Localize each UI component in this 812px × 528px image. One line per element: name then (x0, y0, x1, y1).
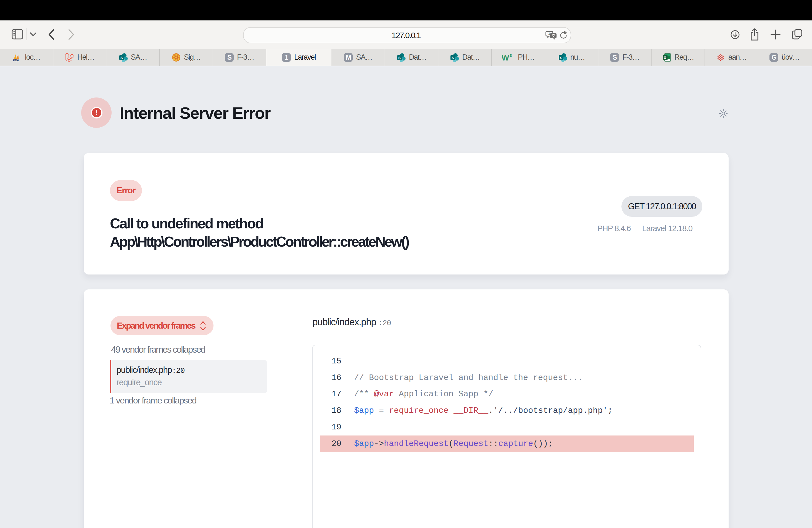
svg-text:W: W (502, 53, 509, 62)
svg-text:3: 3 (510, 53, 512, 58)
svg-text:PMA: PMA (13, 59, 19, 62)
